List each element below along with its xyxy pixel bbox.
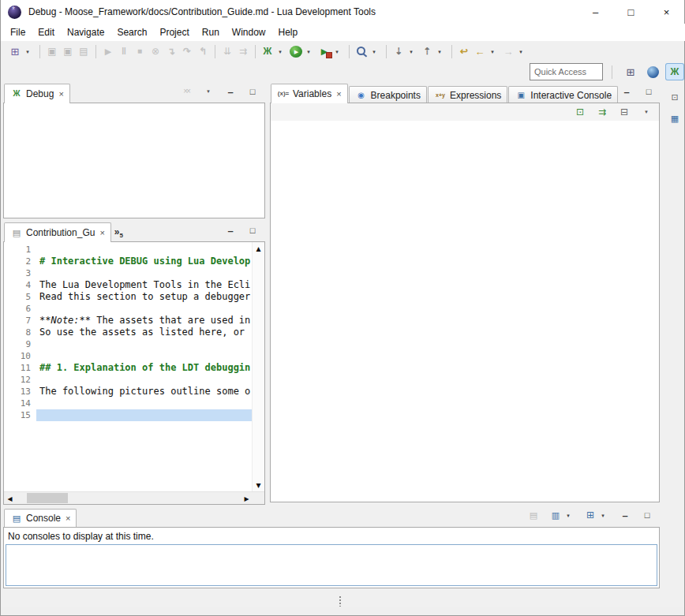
debug-view: ЖDebug× ××▼–□	[3, 84, 265, 218]
menu-navigate[interactable]: Navigate	[61, 24, 110, 40]
tab-close-icon[interactable]: ×	[99, 228, 104, 237]
editor-line: 5Read this section to setup a debugger	[4, 291, 252, 303]
next-annotation-button[interactable]: ⇣▾	[391, 43, 419, 60]
minimize-button[interactable]: –	[223, 83, 238, 100]
last-edit-location-button[interactable]: ↩	[456, 43, 472, 60]
suspend-button: ‖	[116, 43, 132, 60]
app-icon	[8, 6, 21, 19]
minimize-icon: –	[224, 85, 237, 98]
restore-view-button[interactable]: ⊡	[668, 90, 682, 104]
resume-button: ▶	[100, 43, 116, 60]
console-text-area[interactable]	[6, 544, 657, 586]
editor-line: 6	[4, 303, 252, 315]
quick-access-input[interactable]: Quick Access	[530, 63, 603, 80]
debug-perspective-button[interactable]: Ж	[665, 63, 684, 80]
scroll-down-icon[interactable]: ▾	[253, 480, 264, 491]
show-references-button[interactable]: ⇉	[594, 103, 610, 121]
tab-expressions[interactable]: x+yExpressions	[428, 86, 507, 103]
tab-close-icon[interactable]: ×	[58, 89, 63, 99]
code-segment: # Interactive DEBUG using Lua Develop	[39, 256, 250, 267]
menu-file[interactable]: File	[4, 24, 32, 40]
tab-console[interactable]: ▤Console×	[4, 509, 77, 527]
maximize-button[interactable]: □	[641, 83, 657, 100]
menu-run[interactable]: Run	[196, 24, 226, 40]
code-text: ## 1. Explanation of the LDT debuggin	[36, 362, 252, 374]
title-bar: Debug - Moose_Framework/docs/Contributio…	[1, 0, 684, 24]
search-button[interactable]: ▾	[354, 43, 382, 60]
line-number: 13	[4, 386, 36, 398]
menu-help[interactable]: Help	[272, 24, 305, 40]
debug-button[interactable]: Ж▾	[260, 43, 288, 60]
editor-vertical-scrollbar[interactable]: ▴ ▾	[252, 242, 264, 491]
tab-interactive-console[interactable]: ▣Interactive Console	[508, 86, 618, 103]
code-text	[36, 338, 252, 350]
line-number: 7	[4, 315, 36, 327]
toolbar-separator	[255, 45, 256, 58]
scrollbar-thumb[interactable]	[27, 493, 68, 503]
open-console-monitor-button[interactable]: ▥▾	[548, 506, 576, 524]
external-tools-button[interactable]: ▶▾	[316, 43, 345, 60]
debug-view-content[interactable]	[3, 103, 265, 218]
editor-lines[interactable]: 12# Interactive DEBUG using Lua Develop3…	[4, 242, 252, 491]
editor-line: 4The Lua Development Tools in the Ecli	[4, 279, 252, 291]
view-menu-icon: ▼	[202, 85, 215, 98]
new-wizard-button[interactable]: ⊞▾	[7, 43, 36, 60]
back-button[interactable]: ←▾	[472, 43, 500, 60]
maximize-button[interactable]: □	[245, 222, 260, 239]
scroll-up-icon[interactable]: ▴	[253, 243, 264, 254]
restore-editor-area-icon: ▦	[668, 112, 681, 125]
dropdown-arrow-icon: ▾	[597, 509, 609, 521]
forward-button: →▾	[500, 43, 529, 60]
minimize-button[interactable]: –	[223, 222, 238, 239]
console-view: ▤Console× ▤▥▾⊞▾–□ No consoles to display…	[3, 510, 660, 588]
maximize-button[interactable]: □	[639, 506, 655, 524]
variables-content[interactable]	[271, 121, 659, 502]
print-icon: ▤	[77, 45, 90, 58]
show-logical-structure-button[interactable]: ⊡	[572, 103, 588, 121]
scroll-right-icon[interactable]: ▸	[241, 493, 253, 504]
forward-icon: →	[502, 45, 515, 58]
lua-perspective-button[interactable]	[643, 63, 662, 80]
code-text: Read this section to setup a debugger	[36, 291, 252, 303]
tab-variables[interactable]: (x)=Variables×	[271, 84, 348, 103]
editor-line: 1	[4, 244, 252, 256]
collapse-all-button[interactable]: ⊟	[616, 103, 632, 121]
editor-line: 2# Interactive DEBUG using Lua Develop	[4, 256, 252, 267]
menu-window[interactable]: Window	[226, 24, 272, 40]
dropdown-arrow-icon: ▾	[274, 45, 286, 58]
minimize-button[interactable]: –	[617, 506, 633, 524]
new-console-button[interactable]: ⊞▾	[582, 506, 611, 524]
previous-annotation-button[interactable]: ⇡▾	[419, 43, 447, 60]
editor-line: 12	[4, 374, 252, 386]
tab-contribution-gu[interactable]: ▤Contribution_Gu×	[4, 222, 111, 242]
view-menu-button[interactable]: ▼	[638, 103, 654, 121]
tab-label: Interactive Console	[530, 90, 612, 101]
scroll-left-icon[interactable]: ◂	[4, 493, 16, 504]
maximize-window-button[interactable]: □	[613, 0, 649, 24]
view-menu-button[interactable]: ▼	[200, 83, 216, 100]
close-window-button[interactable]: ×	[649, 0, 684, 24]
hidden-editors-chevron[interactable]: » 5	[114, 226, 123, 239]
menu-project[interactable]: Project	[153, 24, 195, 40]
console-body: No consoles to display at this time.	[3, 527, 660, 588]
minimize-window-button[interactable]: –	[578, 0, 613, 24]
variables-toolbar: ⊡⇉⊟▼	[271, 103, 659, 121]
open-perspective-button[interactable]: ⊞	[621, 63, 640, 80]
minimize-button[interactable]: –	[619, 83, 634, 100]
menu-search[interactable]: Search	[110, 24, 153, 40]
tab-debug[interactable]: ЖDebug×	[4, 84, 70, 103]
scrollbar-corner	[253, 492, 264, 504]
editor-horizontal-scrollbar[interactable]: ◂ ▸	[4, 491, 264, 504]
tab-close-icon[interactable]: ×	[336, 89, 341, 99]
maximize-button[interactable]: □	[245, 83, 260, 100]
restore-editor-area-button[interactable]: ▦	[668, 111, 682, 125]
debug-icon: Ж	[261, 45, 274, 58]
variables-body: ⊡⇉⊟▼	[270, 103, 660, 502]
scrollbar-track[interactable]	[16, 492, 241, 504]
tab-close-icon[interactable]: ×	[66, 513, 70, 523]
tab-breakpoints[interactable]: ◉Breakpoints	[349, 86, 427, 103]
menu-edit[interactable]: Edit	[32, 24, 61, 40]
terminate-icon: ■	[133, 45, 146, 58]
run-button[interactable]: ▶▾	[288, 43, 316, 60]
code-text: So use the assets as listed here, or	[36, 327, 252, 338]
